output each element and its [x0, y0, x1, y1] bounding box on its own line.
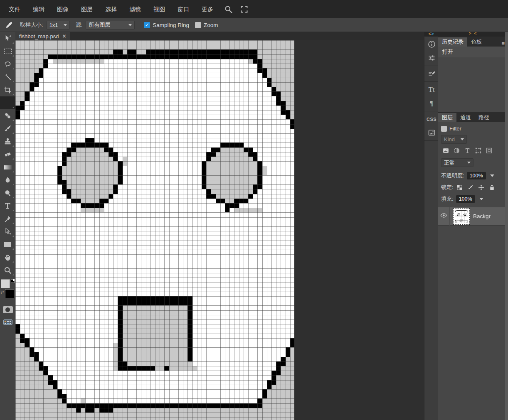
frame-filter-icon[interactable]: [473, 146, 483, 155]
eraser-tool[interactable]: [0, 148, 15, 161]
layer-row[interactable]: Backgr: [438, 207, 508, 226]
menu-items: 文件编辑图像图层选择滤镜视图窗口更多: [2, 0, 219, 18]
brush-tool-icon: [3, 124, 12, 133]
layer-thumbnail[interactable]: [453, 208, 470, 225]
rectangle-tool-icon: [4, 242, 11, 247]
image-icon[interactable]: [424, 126, 439, 140]
search-icon[interactable]: [221, 2, 235, 16]
close-icon[interactable]: ×: [62, 33, 66, 39]
move-tool-icon: [3, 34, 12, 43]
sample-size-select[interactable]: 1x1: [47, 21, 70, 29]
background-color-swatch[interactable]: [5, 289, 14, 298]
kind-select[interactable]: Kind: [441, 135, 467, 144]
crop-tool[interactable]: [0, 84, 15, 96]
text-filter-icon[interactable]: [463, 146, 472, 155]
path-select-tool[interactable]: [0, 225, 15, 238]
checkbox-empty: [195, 22, 201, 28]
menu-item[interactable]: 编辑: [27, 0, 51, 18]
menu-item[interactable]: 视图: [147, 0, 171, 18]
layer-visibility-toggle[interactable]: [438, 207, 450, 226]
info-icon[interactable]: [424, 37, 439, 51]
foreground-color-swatch[interactable]: [1, 279, 10, 288]
document-tab-label: fishbot_map.psd: [19, 33, 59, 39]
eraser-tool-icon: [3, 150, 12, 159]
panel-scrollbar[interactable]: [505, 31, 508, 420]
zoom-checkbox[interactable]: Zoom: [195, 22, 218, 28]
hand-tool-icon: [3, 253, 12, 262]
move-tool[interactable]: [0, 32, 15, 45]
fullscreen-icon[interactable]: [237, 2, 251, 16]
default-colors-icon[interactable]: [11, 279, 15, 283]
eyedropper-tool[interactable]: [0, 96, 15, 109]
swap-colors-icon[interactable]: ⇄: [0, 290, 4, 295]
css-icon[interactable]: CSS: [424, 112, 439, 126]
gradient-tool-icon: [4, 165, 12, 169]
source-select[interactable]: 所有图层: [86, 21, 135, 29]
blend-mode-select[interactable]: 正常: [441, 158, 473, 167]
lock-pixels-icon[interactable]: [467, 184, 474, 191]
dodge-tool-icon: [3, 189, 12, 197]
rectangle-tool[interactable]: [0, 238, 15, 251]
blur-tool-icon: [3, 176, 12, 184]
lasso-tool-icon: [3, 60, 12, 69]
zoom-tool[interactable]: [0, 264, 15, 277]
history-tab[interactable]: 色板: [467, 37, 486, 47]
dodge-tool[interactable]: [0, 187, 15, 199]
menu-item[interactable]: 图层: [75, 0, 99, 18]
history-item[interactable]: 打开: [438, 47, 508, 57]
chevron-down-icon[interactable]: [479, 198, 483, 200]
layers-tab[interactable]: 通道: [456, 113, 475, 122]
gradient-tool[interactable]: [0, 161, 15, 174]
hand-tool[interactable]: [0, 251, 15, 264]
document-tab[interactable]: fishbot_map.psd ×: [15, 32, 70, 40]
filter-row: Filter: [438, 124, 508, 133]
keyboard-button[interactable]: [0, 317, 15, 327]
menu-item[interactable]: 窗口: [171, 0, 195, 18]
menu-item[interactable]: 滤镜: [123, 0, 147, 18]
healing-tool[interactable]: [0, 109, 15, 122]
adjustments-icon[interactable]: [424, 51, 439, 65]
lock-all-icon[interactable]: [488, 184, 496, 191]
smart-filter-icon[interactable]: [484, 146, 494, 155]
path-select-tool-icon: [3, 227, 12, 236]
lock-transparency-icon[interactable]: [456, 184, 463, 191]
typography-icon[interactable]: Tt: [424, 83, 439, 96]
blur-tool[interactable]: [0, 174, 15, 187]
paragraph-icon[interactable]: ¶: [424, 96, 439, 110]
menu-item[interactable]: 更多: [195, 0, 219, 18]
magic-wand-tool-icon: [3, 73, 12, 81]
opacity-value[interactable]: 100%: [467, 172, 486, 179]
layers-tab[interactable]: 路径: [475, 113, 493, 122]
chevron-down-icon[interactable]: [490, 174, 494, 177]
history-tab[interactable]: 历史记录: [438, 37, 467, 47]
menu-item[interactable]: 选择: [99, 0, 123, 18]
sampling-ring-checkbox[interactable]: ✓Sampling Ring: [144, 22, 189, 28]
quick-mask-button[interactable]: [0, 304, 15, 315]
zoom-tool-icon: [3, 266, 12, 275]
pen-tool[interactable]: [0, 212, 15, 225]
filter-checkbox[interactable]: [441, 126, 447, 132]
magic-wand-tool[interactable]: [0, 71, 15, 84]
color-swatches[interactable]: ⇄: [0, 279, 15, 302]
type-tool[interactable]: [0, 199, 15, 212]
sample-size-label: 取样大小:: [20, 21, 43, 29]
brush-tool[interactable]: [0, 122, 15, 135]
layer-style-icon[interactable]: [424, 67, 439, 81]
layers-tab[interactable]: 图层: [438, 113, 456, 122]
chevron-down-icon: [461, 138, 464, 140]
document-canvas[interactable]: [15, 40, 294, 420]
clone-stamp-tool[interactable]: [0, 135, 15, 148]
history-panel: > < 历史记录色板≡ 打开: [438, 31, 508, 112]
fill-value[interactable]: 100%: [456, 195, 475, 203]
marquee-tool[interactable]: [0, 45, 15, 58]
menu-item[interactable]: 图像: [51, 0, 75, 18]
checkbox-label: Sampling Ring: [153, 22, 189, 28]
marquee-tool-icon: [4, 49, 12, 54]
lasso-tool[interactable]: [0, 58, 15, 71]
lock-position-icon[interactable]: [478, 184, 485, 191]
tool-palette: ⇄: [0, 32, 15, 420]
menu-item[interactable]: 文件: [2, 0, 27, 18]
adjustment-filter-icon[interactable]: [452, 146, 461, 155]
image-filter-icon[interactable]: [441, 146, 451, 155]
eyedropper-icon: [3, 20, 14, 30]
